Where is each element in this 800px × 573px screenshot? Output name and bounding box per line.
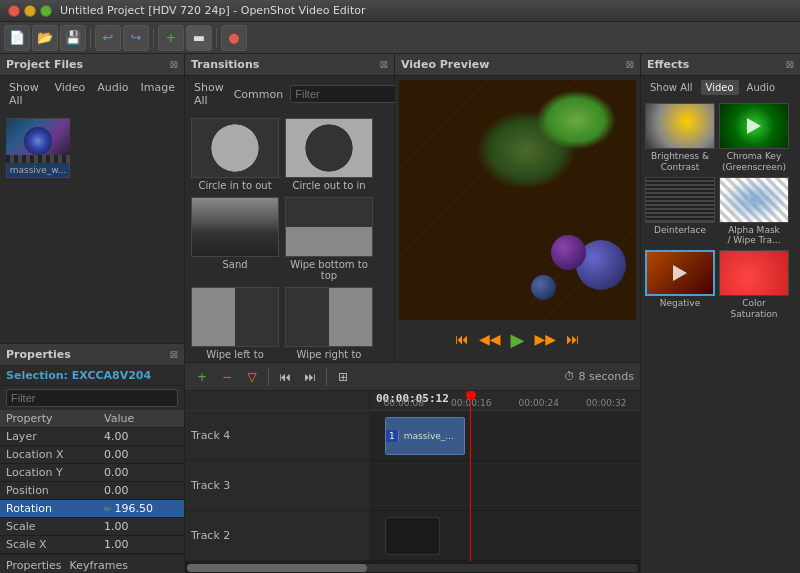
track-clip[interactable]: 1 massive_...	[385, 417, 465, 455]
transition-label: Wipe left to	[206, 349, 264, 360]
play-icon	[673, 265, 687, 281]
timeline-toolbar: + − ▽ ⏮ ⏭ ⊞ ⏱ 8 seconds	[185, 363, 640, 391]
play-icon	[747, 118, 761, 134]
timeline-duration-value: 8 seconds	[579, 370, 634, 383]
new-button[interactable]: 📄	[4, 25, 30, 51]
maximize-button[interactable]	[40, 5, 52, 17]
track-clip-dark[interactable]	[385, 517, 440, 555]
effects-icon[interactable]: ⊠	[786, 59, 794, 70]
table-row: Position 0.00	[0, 482, 184, 500]
table-row: Scale X 1.00	[0, 536, 184, 554]
transition-label: Wipe bottom to top	[285, 259, 373, 281]
save-button[interactable]: 💾	[60, 25, 86, 51]
skip-back-button[interactable]: ⏮	[453, 329, 471, 349]
project-files-tabs: Show All Video Audio Image	[0, 76, 184, 112]
transitions-header: Transitions ⊠	[185, 54, 394, 76]
tab-video[interactable]: Video	[51, 80, 88, 108]
video-preview-icon[interactable]: ⊠	[626, 59, 634, 70]
close-button[interactable]	[8, 5, 20, 17]
list-item[interactable]: Sand	[191, 197, 279, 281]
scrollbar-track[interactable]	[187, 564, 638, 572]
eff-tab-show-all[interactable]: Show All	[645, 80, 698, 95]
tab-audio[interactable]: Audio	[94, 80, 131, 108]
timeline-skip-forward-button[interactable]: ⏭	[299, 366, 321, 388]
preview-sphere-2	[551, 235, 586, 270]
skip-forward-button[interactable]: ⏭	[564, 329, 582, 349]
timeline-snap-button[interactable]: ⊞	[332, 366, 354, 388]
list-item[interactable]: Brightness &Contrast	[645, 103, 715, 173]
track-label-2: Track 2	[185, 511, 369, 561]
list-item[interactable]: Wipe bottom to top	[285, 197, 373, 281]
play-button[interactable]: ▶	[509, 327, 527, 352]
titlebar: Untitled Project [HDV 720 24p] - OpenSho…	[0, 0, 800, 22]
file-grid: massive_w...	[0, 112, 184, 184]
prop-value: 1.00	[98, 536, 184, 554]
track-label-text: Track 4	[191, 429, 230, 442]
minimize-button[interactable]	[24, 5, 36, 17]
list-item[interactable]: Circle out to in	[285, 118, 373, 191]
tab-show-all[interactable]: Show All	[6, 80, 45, 108]
redo-button[interactable]: ↪	[123, 25, 149, 51]
list-item[interactable]: Wipe right to	[285, 287, 373, 360]
effects-header: Effects ⊠	[641, 54, 800, 76]
file-thumb-inner	[24, 127, 52, 155]
tab-keyframes[interactable]: Keyframes	[70, 559, 128, 572]
record-button[interactable]: ●	[221, 25, 247, 51]
center-panel: Transitions ⊠ Show All Common Circle in …	[185, 54, 640, 573]
track-label-3: Track 3	[185, 461, 369, 511]
scrollbar-thumb[interactable]	[187, 564, 367, 572]
timeline-filter-button[interactable]: ▽	[241, 366, 263, 388]
list-item[interactable]: Deinterlace	[645, 177, 715, 247]
tab-image[interactable]: Image	[138, 80, 178, 108]
prop-name: Location X	[0, 446, 98, 464]
ruler-marks: 00:00:08 00:00:16 00:00:24 00:00:32	[370, 391, 640, 410]
timeline-remove-button[interactable]: −	[216, 366, 238, 388]
add-button[interactable]: +	[158, 25, 184, 51]
properties-icon[interactable]: ⊠	[170, 349, 178, 360]
transition-thumb	[285, 118, 373, 178]
tab-properties[interactable]: Properties	[6, 559, 62, 572]
list-item[interactable]: massive_w...	[6, 118, 70, 178]
table-row-selected[interactable]: Rotation ✏ 196.50	[0, 500, 184, 518]
prop-col-value: Value	[98, 410, 184, 428]
transition-label: Wipe right to	[297, 349, 362, 360]
list-item[interactable]: Circle in to out	[191, 118, 279, 191]
track-row-4[interactable]: 1 massive_...	[370, 411, 640, 461]
open-button[interactable]: 📂	[32, 25, 58, 51]
properties-tabs: Properties Keyframes	[0, 554, 184, 573]
fast-forward-button[interactable]: ▶▶	[532, 329, 558, 349]
eff-tab-video[interactable]: Video	[701, 80, 739, 95]
preview-screen	[399, 80, 636, 320]
track-row-2[interactable]	[370, 511, 640, 561]
prop-name: Scale X	[0, 536, 98, 554]
timeline-scrollbar[interactable]	[185, 561, 640, 573]
project-files-icon[interactable]: ⊠	[170, 59, 178, 70]
preview-controls: ⏮ ◀◀ ▶ ▶▶ ⏭	[395, 324, 640, 354]
list-item[interactable]: Wipe left to	[191, 287, 279, 360]
list-item[interactable]: Alpha Mask/ Wipe Tra...	[719, 177, 789, 247]
prop-name: Scale	[0, 518, 98, 536]
trans-tab-show-all[interactable]: Show All	[191, 80, 227, 108]
transition-thumb	[191, 118, 279, 178]
list-item[interactable]: Negative	[645, 250, 715, 320]
effects-filter-row: Show All Video Audio	[641, 76, 800, 99]
titlebar-title: Untitled Project [HDV 720 24p] - OpenSho…	[60, 4, 365, 17]
timeline-add-button[interactable]: +	[191, 366, 213, 388]
properties-filter[interactable]	[6, 389, 178, 407]
transition-thumb	[285, 197, 373, 257]
eff-tab-audio[interactable]: Audio	[742, 80, 780, 95]
project-files-header: Project Files ⊠	[0, 54, 184, 76]
track-row-3[interactable]	[370, 461, 640, 511]
trans-tab-common[interactable]: Common	[231, 87, 287, 102]
list-item[interactable]: ColorSaturation	[719, 250, 789, 320]
rewind-button[interactable]: ◀◀	[477, 329, 503, 349]
timeline-skip-back-button[interactable]: ⏮	[274, 366, 296, 388]
selection-label: Selection: EXCCA8V204	[0, 366, 184, 386]
undo-button[interactable]: ↩	[95, 25, 121, 51]
track-labels: Track 4 Track 3 Track 2	[185, 391, 370, 561]
remove-button[interactable]: ▬	[186, 25, 212, 51]
transitions-icon[interactable]: ⊠	[380, 59, 388, 70]
effect-thumb-brightness	[645, 103, 715, 149]
list-item[interactable]: Chroma Key(Greenscreen)	[719, 103, 789, 173]
time-indicator	[470, 391, 471, 561]
